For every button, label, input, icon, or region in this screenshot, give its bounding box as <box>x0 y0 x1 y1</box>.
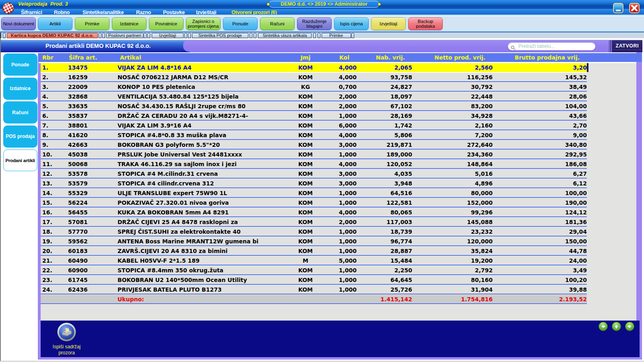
toolbar-button-izvje-taji[interactable]: Izvještaji <box>371 17 406 30</box>
toolbar-button-zapisnici-o-promjeni-cijena[interactable]: Zapisnici o promjeni cijena <box>186 17 221 30</box>
cell: 3,000 <box>315 169 357 178</box>
table-row-14[interactable]: 14.55329ULJE TRANSLUBE expert 75W90 1LKO… <box>41 189 587 198</box>
table-row-18[interactable]: 18.57770SPREJ ČIST.SUHI za elektrokontak… <box>41 227 587 237</box>
table-row-20[interactable]: 20.60183ZAVRŠ.CIJEVI 20 A4 8310 za bimin… <box>41 247 587 256</box>
table-row-11[interactable]: 11.50068TRAKA 46.116.29 sa sajlom inox i… <box>41 160 587 169</box>
toolbar-button-primke[interactable]: Primke <box>75 17 109 30</box>
window-tab-izvje-taji[interactable]: Izvještaji <box>152 33 184 38</box>
nav-previous-button[interactable] <box>599 322 608 331</box>
sidebar-tab-prodani-artikli[interactable]: Prodani artikli <box>3 149 38 171</box>
table-row-9[interactable]: 9.42663BOKOBRAN G3 polyform 5.5"*20KOM3,… <box>41 140 587 150</box>
cell: 2,000 <box>315 218 357 226</box>
cell: 33635 <box>66 102 117 111</box>
toolbar-button-razdu-enje-blagajni[interactable]: Razduženje blagajni <box>297 17 332 30</box>
cell: 6,000 <box>315 121 357 130</box>
table-row-22[interactable]: 22.60900STOPICA #8.4mm 350 okrug.žutaKOM… <box>41 266 587 276</box>
cell: 30,792 <box>412 82 493 91</box>
cell: 13. <box>41 179 66 188</box>
cell: PRSLUK Jobe Universal Vest 24481xxxx <box>117 150 296 159</box>
cell: KOM <box>296 150 315 159</box>
column-header-nab-vrij-[interactable]: Nab. vrij. <box>357 53 412 62</box>
zatvori-close-window-button[interactable]: ZATVORI <box>612 40 643 52</box>
window-tab-sintetika-ulaza-artikala[interactable]: Sintetika ulaza artikala <box>258 33 312 38</box>
nav-up-button[interactable] <box>612 322 621 331</box>
table-row-10[interactable]: 10.45038PRSLUK Jobe Universal Vest 24481… <box>41 150 587 160</box>
cell: 1,742 <box>357 121 412 130</box>
table-row-13[interactable]: 13.53579STOPICA #4 cilindr.crvena 312KOM… <box>41 179 587 189</box>
table-search-input[interactable]: Pretraži tabelu... <box>508 43 595 50</box>
cell: 67,102 <box>357 102 412 111</box>
toolbar-button-povratnice[interactable]: Povratnice <box>149 17 184 30</box>
cell: 3,49 <box>493 266 587 275</box>
cell: 18. <box>41 227 66 236</box>
window-tab-poslovni-partneri[interactable]: Poslovni partneri <box>106 33 143 38</box>
table-row-15[interactable]: 15.56224POKAZIVAČ 27.320.01 nivoa goriva… <box>41 198 587 208</box>
cell: 32868 <box>66 92 117 101</box>
sidebar-tab-pos-prodaja[interactable]: POS prodaja <box>3 125 38 148</box>
column-header-brutto-prodajna-vrij-[interactable]: Brutto prodajna vrij. <box>493 53 587 62</box>
column-header-jmj[interactable]: Jmj <box>296 53 315 62</box>
column-header-kol[interactable]: Kol <box>315 53 357 62</box>
table-row-4[interactable]: 4.32868VENTILACIJA 53.480.84 125*125 bij… <box>41 92 587 102</box>
cell: 60490 <box>66 256 117 265</box>
table-row-5[interactable]: 5.33635NOSAČ 34.430.15 RAŠLJI 2rupe cr/m… <box>41 102 587 111</box>
column-header-netto-prod-vrij-[interactable]: Netto prod. vrij. <box>412 53 493 62</box>
cell: 4,035 <box>357 169 412 178</box>
sidebar-tab-ponude[interactable]: Ponude <box>3 53 38 76</box>
cell: 340,80 <box>493 140 587 149</box>
table-row-12[interactable]: 12.53578STOPICA #4 M.cilindr.31 crvenaKO… <box>41 169 587 179</box>
cell: 9,00 <box>493 131 587 140</box>
window-tab-primke[interactable]: Primke <box>322 33 351 38</box>
cell: KOM <box>296 160 315 169</box>
column-header--ifra-art-[interactable]: Šifra art. <box>66 53 117 62</box>
window-tab-sintetika-pos-prodaje[interactable]: Sintetika POS prodaje <box>192 33 248 38</box>
print-window-contents-button[interactable] <box>57 323 76 341</box>
table-row-1[interactable]: 1.13475VIJAK ZA LIM 4.8*16 A4KOM4,0002,0… <box>41 63 587 73</box>
cell: 145,088 <box>412 218 493 226</box>
table-row-6[interactable]: 6.35837DRŽAČ ZA CERADU 20 A4 s vijk.M827… <box>41 111 587 121</box>
table-row-8[interactable]: 8.41620STOPICA #4.8*0.8 33 muška plavaKO… <box>41 131 587 140</box>
cell: 99,296 <box>412 208 493 217</box>
window-tab-kartica-kupca-demo-kupac-92-d-o-o-[interactable]: Kartica kupca DEMO KUPAC 92 d.o.o. <box>7 33 98 38</box>
close-button[interactable] <box>629 3 640 13</box>
window-title-tab: Prodani artikli DEMO KUPAC 92 d.o.o. <box>1 40 191 52</box>
column-header-rbr[interactable]: Rbr <box>41 53 66 62</box>
cell: NOSAČ 0706212 JARMA D12 MS/CR <box>117 73 296 82</box>
cell: KABEL H05VV-F 2*1.5 189 <box>117 256 296 265</box>
sidebar-tab-izdatnice[interactable]: Izdatnice <box>3 78 38 100</box>
cell: 15,484 <box>357 256 412 265</box>
toolbar-button-backup-podataka[interactable]: Backup podataka <box>408 17 443 30</box>
cell: 100,00 <box>493 189 587 197</box>
table-header-row: RbrŠifra art.ArtikalJmjKolNab. vrij.Nett… <box>39 53 642 62</box>
toolbar-button-ponude[interactable]: Ponude <box>223 17 258 30</box>
minimize-button[interactable] <box>613 3 623 13</box>
table-row-16[interactable]: 16.56455KUKA ZA BOKOBRAN 5mm A4 8291KOM4… <box>41 208 587 218</box>
toolbar-button-ispis-cijena[interactable]: Ispis cijena <box>334 17 369 30</box>
toolbar-button-novi-dokument[interactable]: Novi dokument <box>1 17 36 30</box>
table-row-17[interactable]: 17.57081DRŽAČ CIJEVI 25 A4 8478 rasklopn… <box>41 218 587 227</box>
column-header-artikal[interactable]: Artikal <box>117 53 296 62</box>
toolbar-button-artikli[interactable]: Artikli <box>38 17 72 30</box>
table-row-3[interactable]: 3.22009KONOP 10 PES pletenicaKG0,70024,8… <box>41 82 587 92</box>
cell: 6,27 <box>493 169 587 178</box>
cell: 2. <box>41 73 66 82</box>
toolbar-button-izdatnice[interactable]: Izdatnice <box>112 17 147 30</box>
total-netto-prod-vrij: 1.754,816 <box>412 295 493 304</box>
cell: 5,000 <box>315 256 357 265</box>
sidebar-tab-ra-uni[interactable]: Računi <box>3 101 38 123</box>
tab-separator <box>3 33 6 38</box>
table-row-24[interactable]: 24.62436PRIVJESAK BATELA PLUTO B1273KOM1… <box>41 285 587 295</box>
session-badge-dot-right-icon <box>378 2 381 6</box>
table-row-7[interactable]: 7.38801VIJAK ZA LIM 3.9*16 A4KOM6,0001,7… <box>41 121 587 131</box>
toolbar-button-ra-uni[interactable]: Računi <box>260 17 295 30</box>
table-row-2[interactable]: 2.16259NOSAČ 0706212 JARMA D12 MS/CRKOM4… <box>41 73 587 82</box>
toolbar-button-label: Artikli <box>50 21 61 27</box>
cell: KOM <box>296 208 315 217</box>
cell: 18,097 <box>357 92 412 101</box>
table-row-23[interactable]: 23.61745BOKOBRAN U2 140*500mm Ocean Util… <box>41 276 587 285</box>
cell: 104,00 <box>493 102 587 111</box>
cell: 3,20 <box>493 63 587 72</box>
table-row-21[interactable]: 21.60490KABEL H05VV-F 2*1.5 189M5,00015,… <box>41 256 587 266</box>
table-row-19[interactable]: 19.59562ANTENA Boss Marine MRANT12W gume… <box>41 237 587 247</box>
nav-next-button[interactable] <box>625 322 634 331</box>
